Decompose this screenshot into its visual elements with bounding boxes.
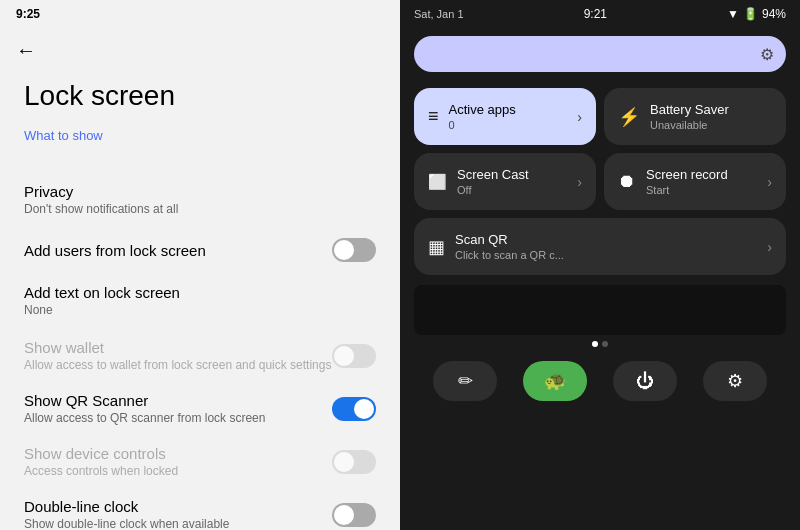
show-device-sublabel: Access controls when locked xyxy=(24,464,332,478)
scan-qr-icon: ▦ xyxy=(428,236,445,258)
battery-saver-icon: ⚡ xyxy=(618,106,640,128)
screen-cast-subtitle: Off xyxy=(457,184,567,196)
scan-qr-chevron: › xyxy=(767,239,772,255)
right-date: Sat, Jan 1 xyxy=(414,8,464,20)
left-panel: 9:25 ← Lock screen What to show Privacy … xyxy=(0,0,400,530)
active-apps-icon: ≡ xyxy=(428,106,439,127)
double-clock-setting[interactable]: Double-line clock Show double-line clock… xyxy=(0,488,400,530)
scan-qr-text: Scan QR Click to scan a QR c... xyxy=(455,232,757,261)
quick-tiles-grid: ≡ Active apps 0 › ⚡ Battery Saver Unavai… xyxy=(400,80,800,218)
battery-icon: 🔋 xyxy=(743,7,758,21)
turtle-icon: 🐢 xyxy=(544,370,566,392)
wide-tile-row: ▦ Scan QR Click to scan a QR c... › xyxy=(400,218,800,275)
tile-scan-qr[interactable]: ▦ Scan QR Click to scan a QR c... › xyxy=(414,218,786,275)
active-apps-title: Active apps xyxy=(449,102,568,117)
privacy-label: Privacy xyxy=(24,183,376,200)
battery-saver-subtitle: Unavailable xyxy=(650,119,772,131)
double-clock-toggle[interactable] xyxy=(332,503,376,527)
screen-record-subtitle: Start xyxy=(646,184,757,196)
brightness-slider[interactable]: ⚙ xyxy=(414,36,786,72)
left-status-bar: 9:25 xyxy=(0,0,400,28)
screen-record-title: Screen record xyxy=(646,167,757,182)
power-button[interactable]: ⏻ xyxy=(613,361,677,401)
add-users-label-group: Add users from lock screen xyxy=(24,242,332,259)
show-device-label: Show device controls xyxy=(24,445,332,462)
battery-saver-title: Battery Saver xyxy=(650,102,772,117)
show-wallet-sublabel: Allow access to wallet from lock screen … xyxy=(24,358,332,372)
left-time: 9:25 xyxy=(16,7,40,21)
right-time: 9:21 xyxy=(584,7,607,21)
active-apps-subtitle: 0 xyxy=(449,119,568,131)
show-wallet-toggle xyxy=(332,344,376,368)
screen-record-text: Screen record Start xyxy=(646,167,757,196)
add-users-setting[interactable]: Add users from lock screen xyxy=(0,228,400,272)
tile-screen-cast[interactable]: ⬜ Screen Cast Off › xyxy=(414,153,596,210)
tile-active-apps[interactable]: ≡ Active apps 0 › xyxy=(414,88,596,145)
wifi-icon: ▼ xyxy=(727,7,739,21)
page-title: Lock screen xyxy=(24,80,376,112)
left-toolbar: ← xyxy=(0,28,400,72)
pencil-button[interactable]: ✏ xyxy=(433,361,497,401)
show-wallet-setting: Show wallet Allow access to wallet from … xyxy=(0,329,400,382)
add-text-setting[interactable]: Add text on lock screen None xyxy=(0,272,400,329)
brightness-icon: ⚙ xyxy=(760,45,774,64)
scan-qr-title: Scan QR xyxy=(455,232,757,247)
active-apps-chevron: › xyxy=(577,109,582,125)
add-users-label: Add users from lock screen xyxy=(24,242,332,259)
screen-cast-icon: ⬜ xyxy=(428,173,447,191)
screen-cast-text: Screen Cast Off xyxy=(457,167,567,196)
show-wallet-label-group: Show wallet Allow access to wallet from … xyxy=(24,339,332,372)
screen-cast-title: Screen Cast xyxy=(457,167,567,182)
right-panel: Sat, Jan 1 9:21 ▼ 🔋 94% ⚙ ≡ Active apps … xyxy=(400,0,800,530)
turtle-button[interactable]: 🐢 xyxy=(523,361,587,401)
back-button[interactable]: ← xyxy=(16,39,36,62)
show-device-toggle xyxy=(332,450,376,474)
pencil-icon: ✏ xyxy=(458,370,473,392)
section-header: What to show xyxy=(24,128,376,143)
active-apps-text: Active apps 0 xyxy=(449,102,568,131)
double-clock-label: Double-line clock xyxy=(24,498,332,515)
show-qr-label-group: Show QR Scanner Allow access to QR scann… xyxy=(24,392,332,425)
show-qr-toggle[interactable] xyxy=(332,397,376,421)
screen-record-chevron: › xyxy=(767,174,772,190)
dot-2 xyxy=(602,341,608,347)
add-text-label: Add text on lock screen xyxy=(24,284,376,301)
gear-icon: ⚙ xyxy=(727,370,743,392)
right-status-bar: Sat, Jan 1 9:21 ▼ 🔋 94% xyxy=(400,0,800,28)
page-dots xyxy=(400,335,800,353)
power-icon: ⏻ xyxy=(636,371,654,392)
double-clock-label-group: Double-line clock Show double-line clock… xyxy=(24,498,332,530)
tile-screen-record[interactable]: ⏺ Screen record Start › xyxy=(604,153,786,210)
settings-content: Lock screen What to show Privacy Don't s… xyxy=(0,72,400,530)
show-wallet-label: Show wallet xyxy=(24,339,332,356)
battery-saver-text: Battery Saver Unavailable xyxy=(650,102,772,131)
show-device-setting: Show device controls Access controls whe… xyxy=(0,435,400,488)
screen-record-icon: ⏺ xyxy=(618,171,636,192)
scan-qr-subtitle: Click to scan a QR c... xyxy=(455,249,757,261)
double-clock-sublabel: Show double-line clock when available xyxy=(24,517,332,530)
show-qr-setting[interactable]: Show QR Scanner Allow access to QR scann… xyxy=(0,382,400,435)
privacy-setting[interactable]: Privacy Don't show notifications at all xyxy=(0,171,400,228)
tile-battery-saver[interactable]: ⚡ Battery Saver Unavailable xyxy=(604,88,786,145)
bottom-icons-bar: ✏ 🐢 ⏻ ⚙ xyxy=(400,353,800,409)
show-device-label-group: Show device controls Access controls whe… xyxy=(24,445,332,478)
battery-level: 94% xyxy=(762,7,786,21)
media-area xyxy=(414,285,786,335)
show-qr-sublabel: Allow access to QR scanner from lock scr… xyxy=(24,411,332,425)
add-text-sublabel: None xyxy=(24,303,376,317)
dot-1 xyxy=(592,341,598,347)
settings-button[interactable]: ⚙ xyxy=(703,361,767,401)
add-users-toggle[interactable] xyxy=(332,238,376,262)
privacy-sublabel: Don't show notifications at all xyxy=(24,202,376,216)
show-qr-label: Show QR Scanner xyxy=(24,392,332,409)
screen-cast-chevron: › xyxy=(577,174,582,190)
title-section: Lock screen What to show xyxy=(0,72,400,171)
status-indicators: ▼ 🔋 94% xyxy=(727,7,786,21)
